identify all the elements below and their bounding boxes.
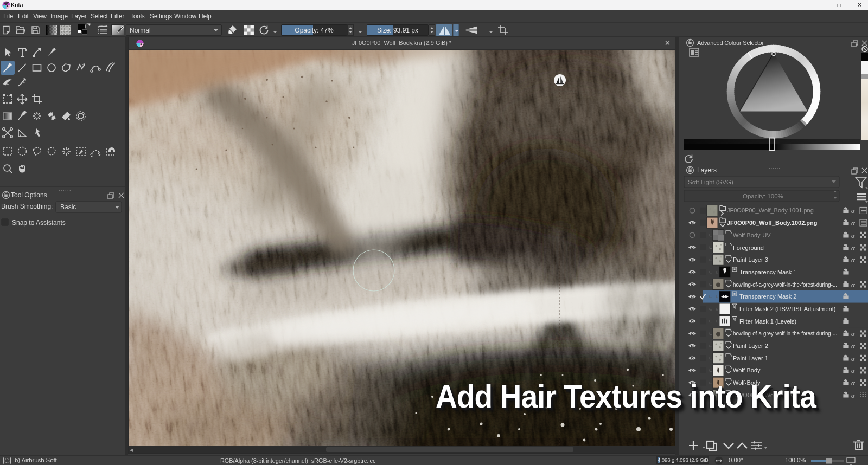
svg-text:JF0O0P00_Wolf_Body.1002.png: JF0O0P00_Wolf_Body.1002.png [727, 219, 817, 226]
svg-text:JF0O0P00_Wolf_Body.1001.png: JF0O0P00_Wolf_Body.1001.png [727, 207, 814, 214]
svg-text:Layers: Layers [697, 166, 717, 174]
svg-text:Snap to Assistants: Snap to Assistants [12, 219, 66, 227]
svg-text:Tool Options: Tool Options [11, 191, 47, 199]
svg-text:Foreground: Foreground [733, 244, 764, 251]
svg-text:α: α [851, 354, 856, 363]
svg-text:α: α [851, 391, 856, 399]
svg-text:α: α [851, 256, 856, 264]
svg-text:α: α [851, 244, 856, 252]
svg-text:howling-of-a-grey-wolf-in-the-: howling-of-a-grey-wolf-in-the-forest-dur… [733, 330, 837, 337]
svg-text:Paint Layer 1: Paint Layer 1 [733, 355, 768, 361]
svg-text:Brush Smoothing:: Brush Smoothing: [1, 203, 53, 210]
svg-text:......: ...... [769, 164, 781, 170]
svg-text:Transparency Mask 1: Transparency Mask 1 [739, 269, 796, 275]
svg-text:Soft Light (SVG): Soft Light (SVG) [688, 179, 733, 185]
svg-text:α: α [851, 231, 856, 240]
svg-text:Paint Layer 3: Paint Layer 3 [733, 256, 768, 263]
svg-text:Advanced Colour Selector: Advanced Colour Selector [697, 40, 764, 46]
svg-text:Filter Mask 1 (Levels): Filter Mask 1 (Levels) [739, 318, 796, 325]
svg-text:α: α [851, 219, 856, 227]
svg-text:α: α [851, 206, 856, 215]
svg-text:Basic: Basic [60, 203, 76, 211]
svg-text:Wolf-Body: Wolf-Body [733, 367, 761, 373]
svg-text:α: α [851, 330, 856, 338]
svg-text:Transparency Mask 2: Transparency Mask 2 [739, 293, 796, 300]
svg-text:Filter Mask 2 (HSV/HSL Adjustm: Filter Mask 2 (HSV/HSL Adjustment) [739, 306, 835, 312]
svg-text:α: α [851, 281, 856, 289]
svg-text:howling-of-a-grey-wolf-in-the-: howling-of-a-grey-wolf-in-the-forest-dur… [733, 281, 837, 288]
svg-text:Paint Layer 2: Paint Layer 2 [733, 343, 768, 349]
svg-text:......: ...... [769, 37, 781, 41]
svg-text:α: α [851, 366, 856, 374]
svg-text:α: α [851, 342, 856, 350]
svg-text:Opacity: 100%: Opacity: 100% [743, 193, 783, 199]
svg-text:......: ...... [59, 186, 72, 192]
svg-text:Wolf-Body-UV: Wolf-Body-UV [733, 232, 771, 238]
svg-text:α: α [851, 379, 856, 387]
